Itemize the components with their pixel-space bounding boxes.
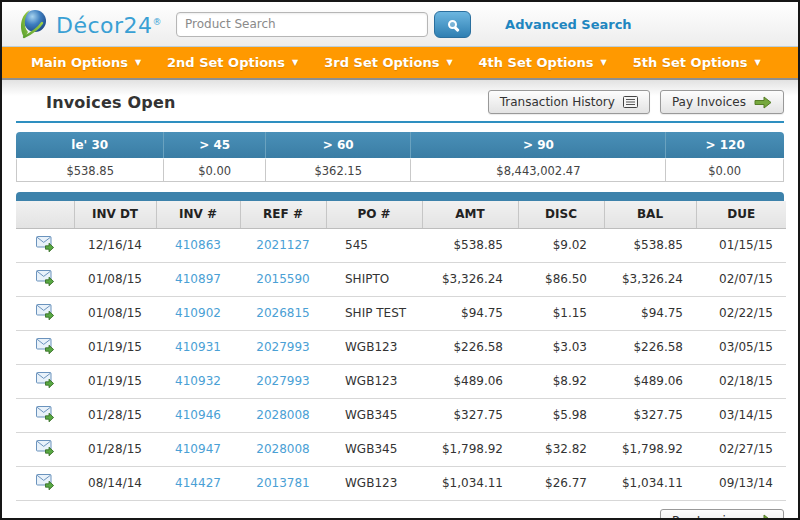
due-date-cell: 03/14/15 [696, 398, 786, 432]
invoice-number-link[interactable]: 410863 [175, 238, 221, 252]
send-invoice-cell [16, 262, 74, 296]
discount-cell: $3.03 [518, 330, 604, 364]
discount-cell: $9.02 [518, 228, 604, 262]
ref-number-cell: 2027993 [240, 330, 326, 364]
due-date-cell: 02/07/15 [696, 262, 786, 296]
due-date-cell: 09/13/14 [696, 466, 786, 500]
send-invoice-cell [16, 432, 74, 466]
po-number-cell: WGB345 [326, 398, 422, 432]
email-invoice-icon[interactable] [36, 270, 55, 286]
chevron-down-icon: ▼ [755, 58, 761, 67]
send-invoice-cell [16, 330, 74, 364]
table-row: 01/08/15 410897 2015590 SHIPTO $3,326.24… [16, 262, 786, 296]
email-invoice-icon[interactable] [36, 304, 55, 320]
top-header: Décor24® Advanced Search [2, 2, 798, 46]
green-arrow-right-icon [754, 96, 772, 109]
discount-cell: $86.50 [518, 262, 604, 296]
aging-header-cell: le' 30 [16, 132, 164, 158]
column-header-amt: AMT [422, 201, 518, 228]
amount-cell: $94.75 [422, 296, 518, 330]
nav-menu-item[interactable]: 5th Set Options ▼ [620, 55, 774, 70]
invoice-number-cell: 410946 [156, 398, 240, 432]
ref-number-cell: 2015590 [240, 262, 326, 296]
discount-cell: $8.92 [518, 364, 604, 398]
pay-invoices-button-top[interactable]: Pay Invoices [660, 90, 784, 114]
ref-number-link[interactable]: 2028008 [256, 408, 309, 422]
po-number-cell: WGB345 [326, 432, 422, 466]
nav-menu-item[interactable]: 2nd Set Options ▼ [154, 55, 311, 70]
invoice-number-link[interactable]: 414427 [175, 476, 221, 490]
invoice-date-cell: 12/16/14 [74, 228, 156, 262]
invoice-number-cell: 414427 [156, 466, 240, 500]
ref-number-link[interactable]: 2027993 [256, 340, 309, 354]
balance-cell: $538.85 [604, 228, 696, 262]
column-header-bal: BAL [604, 201, 696, 228]
aging-header-cell: > 90 [411, 132, 666, 158]
balance-cell: $94.75 [604, 296, 696, 330]
amount-cell: $226.58 [422, 330, 518, 364]
nav-menu-item[interactable]: 4th Set Options ▼ [466, 55, 620, 70]
pay-invoices-button-bottom[interactable]: Pay Invoices [660, 509, 784, 520]
ref-number-cell: 2026815 [240, 296, 326, 330]
table-row: 08/14/14 414427 2013781 WGB123 $1,034.11… [16, 466, 786, 500]
aging-value-cell: $538.85 [16, 158, 164, 182]
invoice-number-link[interactable]: 410897 [175, 272, 221, 286]
logo[interactable]: Décor24® [18, 7, 162, 41]
due-date-cell: 01/15/15 [696, 228, 786, 262]
po-number-cell: WGB123 [326, 330, 422, 364]
ref-number-link[interactable]: 2027993 [256, 374, 309, 388]
ref-number-link[interactable]: 2028008 [256, 442, 309, 456]
due-date-cell: 02/18/15 [696, 364, 786, 398]
email-invoice-icon[interactable] [36, 338, 55, 354]
ref-number-link[interactable]: 2015590 [256, 272, 309, 286]
discount-cell: $26.77 [518, 466, 604, 500]
product-search-input[interactable] [176, 12, 428, 37]
invoice-number-link[interactable]: 410932 [175, 374, 221, 388]
send-invoice-cell [16, 364, 74, 398]
nav-menu-label: 2nd Set Options [167, 55, 285, 70]
po-number-cell: WGB123 [326, 364, 422, 398]
search-button[interactable] [434, 11, 471, 38]
invoice-number-link[interactable]: 410947 [175, 442, 221, 456]
table-row: 01/08/15 410902 2026815 SHIP TEST $94.75… [16, 296, 786, 330]
ref-number-cell: 2027993 [240, 364, 326, 398]
title-row: Invoices Open Transaction History Pay [16, 90, 784, 123]
ref-number-link[interactable]: 2013781 [256, 476, 309, 490]
column-header-inv-: INV # [156, 201, 240, 228]
advanced-search-link[interactable]: Advanced Search [505, 17, 632, 32]
email-invoice-icon[interactable] [36, 236, 55, 252]
ref-number-cell: 2028008 [240, 432, 326, 466]
transaction-history-label: Transaction History [500, 95, 615, 109]
aging-value-cell: $8,443,002.47 [411, 158, 666, 182]
invoice-date-cell: 01/19/15 [74, 330, 156, 364]
table-row: 01/19/15 410932 2027993 WGB123 $489.06 $… [16, 364, 786, 398]
email-invoice-icon[interactable] [36, 406, 55, 422]
po-number-cell: WGB123 [326, 466, 422, 500]
invoice-date-cell: 01/28/15 [74, 398, 156, 432]
table-row: 01/28/15 410946 2028008 WGB345 $327.75 $… [16, 398, 786, 432]
aging-value-cell: $0.00 [164, 158, 266, 182]
invoice-number-link[interactable]: 410946 [175, 408, 221, 422]
nav-menu-item[interactable]: 3rd Set Options ▼ [311, 55, 465, 70]
email-invoice-icon[interactable] [36, 372, 55, 388]
ref-number-link[interactable]: 2021127 [256, 238, 309, 252]
email-invoice-icon[interactable] [36, 440, 55, 456]
invoice-number-link[interactable]: 410902 [175, 306, 221, 320]
bottom-bar: Pay Invoices [16, 501, 784, 520]
icon-column-header [16, 201, 74, 228]
po-number-cell: 545 [326, 228, 422, 262]
discount-cell: $1.15 [518, 296, 604, 330]
invoice-number-cell: 410863 [156, 228, 240, 262]
column-header-po-: PO # [326, 201, 422, 228]
balance-cell: $226.58 [604, 330, 696, 364]
nav-menu-item[interactable]: Main Options ▼ [18, 55, 154, 70]
ref-number-link[interactable]: 2026815 [256, 306, 309, 320]
invoices-table-wrap: INV DTINV #REF #PO #AMTDISCBALDUE 12/16/… [16, 192, 784, 501]
email-invoice-icon[interactable] [36, 474, 55, 490]
chevron-down-icon: ▼ [446, 58, 452, 67]
transaction-history-button[interactable]: Transaction History [488, 90, 650, 114]
invoice-number-link[interactable]: 410931 [175, 340, 221, 354]
aging-header-cell: > 60 [266, 132, 411, 158]
due-date-cell: 03/05/15 [696, 330, 786, 364]
green-arrow-right-icon [754, 514, 772, 520]
